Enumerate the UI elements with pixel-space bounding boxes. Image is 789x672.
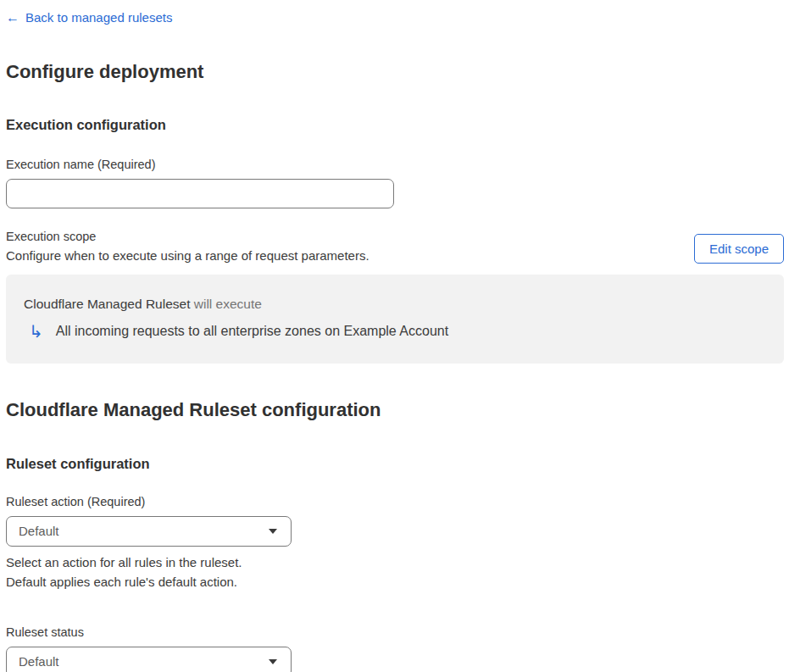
execution-configuration-heading: Execution configuration <box>6 117 784 133</box>
execution-scope-description: Configure when to execute using a range … <box>6 248 369 263</box>
execution-scope-row: Execution scope Configure when to execut… <box>6 230 784 265</box>
scope-summary-detail: ↳ All incoming requests to all enterpris… <box>24 323 767 340</box>
ruleset-status-select[interactable]: Default <box>6 647 292 672</box>
scope-summary-title: Cloudflare Managed Ruleset will execute <box>24 297 767 312</box>
scope-ruleset-name: Cloudflare Managed Ruleset <box>24 297 190 311</box>
ruleset-configuration-title: Cloudflare Managed Ruleset configuration <box>6 399 784 421</box>
ruleset-status-value: Default <box>19 654 59 669</box>
chevron-down-icon <box>269 659 277 664</box>
ruleset-action-help-line2: Default applies each rule's default acti… <box>6 572 784 591</box>
ruleset-action-value: Default <box>19 524 59 538</box>
ruleset-configuration-subheading: Ruleset configuration <box>6 456 784 472</box>
ruleset-action-help: Select an action for all rules in the ru… <box>6 553 784 591</box>
page-title: Configure deployment <box>6 61 784 83</box>
configure-deployment-page: ← Back to managed rulesets Configure dep… <box>0 0 789 672</box>
back-link-label: Back to managed rulesets <box>25 10 172 25</box>
execution-scope-label: Execution scope <box>6 230 369 243</box>
execution-scope-text: Execution scope Configure when to execut… <box>6 230 369 265</box>
ruleset-action-help-line1: Select an action for all rules in the ru… <box>6 553 784 572</box>
branch-arrow-icon: ↳ <box>29 323 43 340</box>
scope-summary-panel: Cloudflare Managed Ruleset will execute … <box>6 275 784 364</box>
back-to-managed-rulesets-link[interactable]: ← Back to managed rulesets <box>6 10 172 25</box>
execution-name-input[interactable] <box>6 179 394 208</box>
edit-scope-button[interactable]: Edit scope <box>694 234 784 264</box>
execution-name-label: Execution name (Required) <box>6 158 784 171</box>
chevron-down-icon <box>269 529 277 534</box>
ruleset-action-select[interactable]: Default <box>6 516 292 547</box>
ruleset-status-label: Ruleset status <box>6 625 784 639</box>
scope-detail-text: All incoming requests to all enterprise … <box>56 324 448 339</box>
ruleset-action-label: Ruleset action (Required) <box>6 495 784 508</box>
back-arrow-icon: ← <box>6 11 19 25</box>
scope-will-execute-text: will execute <box>190 297 261 311</box>
